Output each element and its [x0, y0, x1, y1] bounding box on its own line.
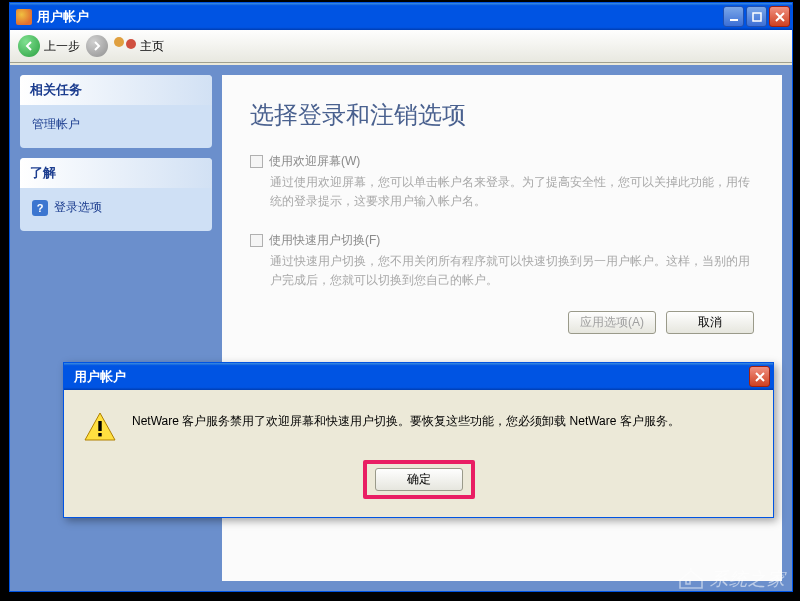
forward-button[interactable] — [86, 35, 108, 57]
option-desc: 通过快速用户切换，您不用关闭所有程序就可以快速切换到另一用户帐户。这样，当别的用… — [270, 252, 754, 289]
dialog-message: NetWare 客户服务禁用了欢迎屏幕和快速用户切换。要恢复这些功能，您必须卸载… — [132, 412, 680, 431]
sidebar-panel-learn: 了解 ? 登录选项 — [20, 158, 212, 231]
sidebar-item-manage-accounts[interactable]: 管理帐户 — [32, 113, 200, 136]
svg-rect-0 — [730, 19, 738, 21]
dialog-title-text: 用户帐户 — [74, 368, 126, 386]
svg-rect-1 — [753, 13, 761, 21]
sidebar-panel-tasks: 相关任务 管理帐户 — [20, 75, 212, 148]
cancel-button[interactable]: 取消 — [666, 311, 754, 334]
sidebar-item-label: 管理帐户 — [32, 116, 80, 133]
sidebar-item-label: 登录选项 — [54, 199, 102, 216]
dialog-titlebar: 用户帐户 — [64, 363, 773, 390]
option-title-text: 使用快速用户切换(F) — [269, 232, 380, 249]
forward-arrow-icon — [86, 35, 108, 57]
ok-button[interactable]: 确定 — [375, 468, 463, 491]
apply-button[interactable]: 应用选项(A) — [568, 311, 656, 334]
back-label: 上一步 — [44, 38, 80, 55]
sidebar-head: 相关任务 — [20, 75, 212, 105]
alert-dialog: 用户帐户 NetWare 客户服务禁用了欢迎屏幕和快速用户切换。要恢复这些功能，… — [63, 362, 774, 518]
back-button[interactable]: 上一步 — [18, 35, 80, 57]
users-icon — [114, 37, 136, 55]
sidebar-head: 了解 — [20, 158, 212, 188]
toolbar: 上一步 主页 — [10, 30, 792, 63]
checkbox-fast-switch[interactable] — [250, 234, 263, 247]
maximize-button[interactable] — [746, 6, 767, 27]
warning-icon — [84, 412, 116, 442]
checkbox-welcome[interactable] — [250, 155, 263, 168]
home-label: 主页 — [140, 38, 164, 55]
page-heading: 选择登录和注销选项 — [250, 99, 754, 131]
dialog-close-button[interactable] — [749, 366, 770, 387]
close-button[interactable] — [769, 6, 790, 27]
window-controls — [723, 6, 790, 27]
svg-rect-2 — [98, 421, 101, 431]
question-icon: ? — [32, 200, 48, 216]
window-title: 用户帐户 — [37, 8, 723, 26]
watermark-text: 系统之家 — [710, 567, 786, 591]
option-welcome-screen: 使用欢迎屏幕(W) 通过使用欢迎屏幕，您可以单击帐户名来登录。为了提高安全性，您… — [250, 153, 754, 210]
watermark: 系统之家 — [678, 567, 786, 591]
option-fast-switch: 使用快速用户切换(F) 通过快速用户切换，您不用关闭所有程序就可以快速切换到另一… — [250, 232, 754, 289]
titlebar: 用户帐户 — [10, 3, 792, 30]
option-title-text: 使用欢迎屏幕(W) — [269, 153, 360, 170]
button-row: 应用选项(A) 取消 — [250, 311, 754, 334]
watermark-logo-icon — [678, 568, 704, 590]
svg-rect-3 — [98, 433, 101, 436]
back-arrow-icon — [18, 35, 40, 57]
sidebar-item-login-options[interactable]: ? 登录选项 — [32, 196, 200, 219]
highlight-annotation: 确定 — [363, 460, 475, 499]
app-icon — [16, 9, 32, 25]
option-desc: 通过使用欢迎屏幕，您可以单击帐户名来登录。为了提高安全性，您可以关掉此功能，用传… — [270, 173, 754, 210]
minimize-button[interactable] — [723, 6, 744, 27]
home-button[interactable]: 主页 — [114, 37, 164, 55]
